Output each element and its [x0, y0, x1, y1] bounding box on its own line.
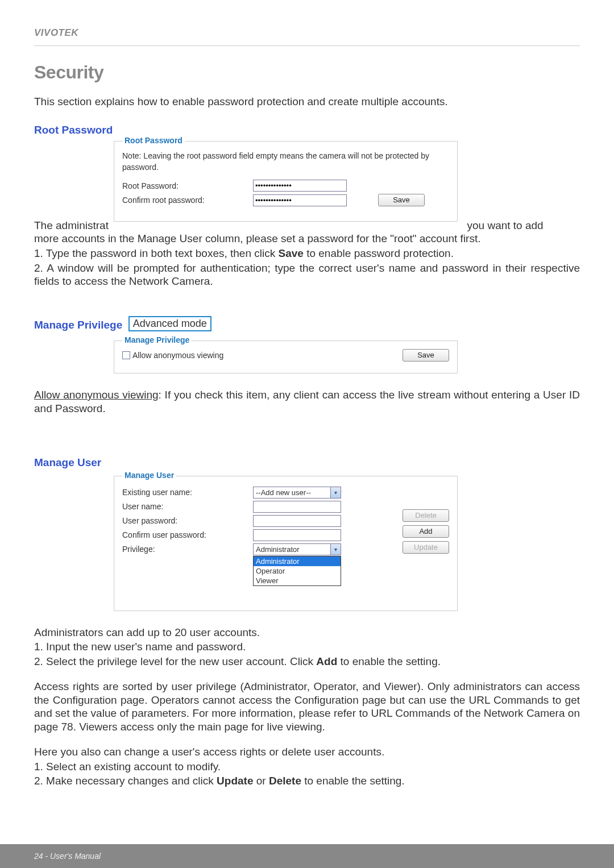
brand: VIVOTEK — [34, 27, 580, 39]
existing-user-dropdown[interactable]: --Add new user-- ▾ — [253, 487, 341, 499]
userpw-label: User password: — [122, 516, 253, 525]
chevron-down-icon: ▾ — [330, 487, 341, 498]
dropdown-option[interactable]: Viewer — [254, 576, 341, 585]
body-text: 2. Make necessary changes and click Upda… — [34, 774, 580, 788]
section-root-password: Root Password — [34, 124, 113, 136]
confirm-userpw-label: Confirm user password: — [122, 530, 253, 539]
text-fragment: 1. Type the password in both text boxes,… — [34, 247, 279, 259]
text-bold: Update — [217, 775, 253, 787]
privilege-dropdown-list: Administrator Operator Viewer — [253, 556, 341, 586]
dropdown-option[interactable]: Administrator — [254, 556, 341, 566]
header-divider — [34, 45, 580, 46]
body-text: Here you also can change a user's access… — [34, 745, 580, 759]
body-text: Access rights are sorted by user privile… — [34, 680, 580, 734]
text-fragment: or — [253, 775, 268, 787]
save-button-priv[interactable]: Save — [403, 349, 449, 362]
chevron-down-icon: ▾ — [330, 544, 341, 555]
root-note: Note: Leaving the root password field em… — [122, 151, 449, 173]
body-text: Administrators can add up to 20 user acc… — [34, 626, 580, 639]
text-fragment: to enable the setting. — [337, 655, 441, 667]
page-title: Security — [34, 62, 580, 83]
root-pw-input[interactable] — [253, 180, 347, 192]
section-manage-privilege: Manage Privilege — [34, 319, 122, 331]
confirm-pw-label: Confirm root password: — [122, 196, 253, 205]
dropdown-value: Administrator — [254, 545, 330, 554]
body-text: more accounts in the Manage User column,… — [34, 232, 580, 246]
text-fragment: 2. Select the privilege level for the ne… — [34, 655, 316, 667]
userpw-input[interactable] — [253, 515, 341, 527]
text-fragment: 2. Make necessary changes and click — [34, 775, 217, 787]
text-fragment: to enable password protection. — [304, 247, 454, 259]
anon-view-label: Allow anonymous viewing — [132, 351, 223, 360]
body-text: 2. A window will be prompted for authent… — [34, 261, 580, 289]
dropdown-value: --Add new user-- — [254, 488, 330, 497]
manage-privilege-panel: Manage Privilege Allow anonymous viewing… — [114, 340, 458, 373]
body-text: 2. Select the privilege level for the ne… — [34, 655, 580, 668]
body-text: 1. Type the password in both text boxes,… — [34, 247, 580, 260]
add-button[interactable]: Add — [403, 525, 449, 538]
section-manage-user: Manage User — [34, 456, 101, 469]
dropdown-option[interactable]: Operator — [254, 566, 341, 576]
existing-user-label: Existing user name: — [122, 488, 253, 497]
text-bold: Save — [279, 247, 304, 259]
body-text: Allow anonymous viewing: If you check th… — [34, 388, 580, 416]
save-button-root[interactable]: Save — [378, 194, 425, 206]
text-underline: Allow anonymous viewing — [34, 389, 159, 401]
body-text: 1. Select an existing account to modify. — [34, 760, 580, 774]
update-button[interactable]: Update — [403, 541, 449, 554]
anon-view-checkbox[interactable] — [122, 351, 130, 359]
text-bold: Delete — [269, 775, 301, 787]
body-text: 1. Input the new user's name and passwor… — [34, 640, 580, 654]
root-password-panel: Root Password Note: Leaving the root pas… — [114, 141, 458, 222]
delete-button[interactable]: Delete — [403, 509, 449, 522]
root-pw-label: Root Password: — [122, 181, 253, 190]
text-fragment: to enable the setting. — [301, 775, 405, 787]
footer-text: 24 - User's Manual — [34, 852, 101, 861]
privilege-dropdown[interactable]: Administrator ▾ Administrator Operator V… — [253, 543, 341, 555]
footer: 24 - User's Manual — [0, 844, 614, 868]
text-bold: Add — [316, 655, 337, 667]
page-intro: This section explains how to enable pass… — [34, 95, 580, 108]
privilege-label: Privilege: — [122, 545, 253, 554]
manage-user-panel: Manage User Existing user name: --Add ne… — [114, 476, 458, 611]
panel-legend-priv: Manage Privilege — [122, 335, 192, 344]
confirm-pw-input[interactable] — [253, 194, 347, 206]
confirm-userpw-input[interactable] — [253, 529, 341, 541]
username-input[interactable] — [253, 501, 341, 513]
username-label: User name: — [122, 502, 253, 511]
advanced-mode-badge: Advanced mode — [128, 316, 211, 331]
panel-legend-root: Root Password — [122, 136, 185, 145]
